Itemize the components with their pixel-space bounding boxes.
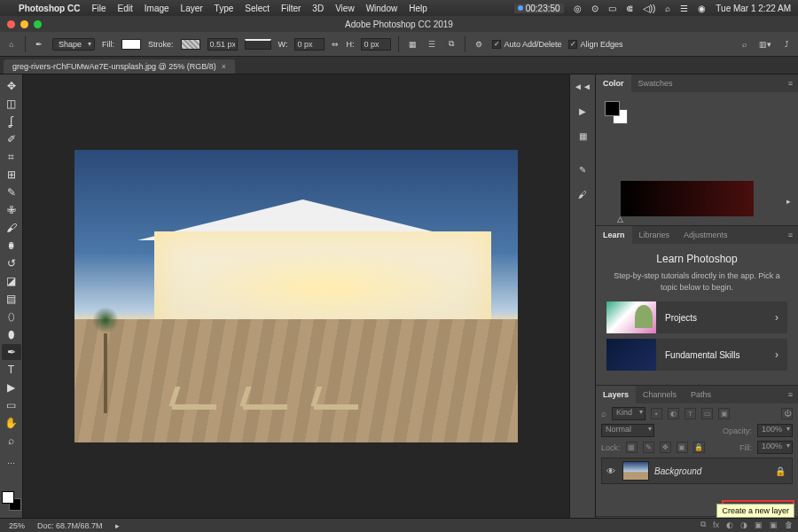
tab-channels[interactable]: Channels (636, 386, 684, 403)
fill-opacity-field[interactable]: 100% (757, 441, 793, 454)
layer-thumbnail[interactable] (622, 461, 649, 481)
expand-left-icon[interactable]: ◄◄ (576, 80, 589, 92)
timer-widget[interactable]: 00:23:50 (514, 4, 564, 13)
learn-card-projects[interactable]: Projects › (606, 301, 787, 333)
adjustment-layer-icon[interactable]: ◑ (740, 520, 747, 529)
filter-smart-icon[interactable]: ▣ (718, 408, 730, 419)
fg-bg-swatch[interactable] (2, 491, 21, 511)
lasso-tool[interactable]: ʆ (2, 113, 21, 129)
marquee-tool[interactable]: ◫ (2, 96, 21, 112)
history-icon[interactable]: ▦ (576, 129, 589, 142)
lock-trans-icon[interactable]: ▦ (626, 442, 638, 453)
clone-stamp-tool[interactable]: ⧯ (2, 238, 21, 254)
workspace-icon[interactable]: ▥▾ (759, 38, 771, 51)
close-tab-icon[interactable]: × (222, 62, 226, 71)
menu-file[interactable]: File (91, 4, 106, 13)
gradient-tool[interactable]: ▤ (2, 291, 21, 307)
hue-slider-handle[interactable]: △ (617, 215, 623, 223)
app-name[interactable]: Photoshop CC (19, 4, 80, 13)
hue-strip[interactable] (621, 181, 754, 216)
siri-icon[interactable]: ◉ (698, 4, 706, 13)
hand-tool[interactable]: ✋ (2, 415, 21, 431)
menu-type[interactable]: Type (215, 4, 234, 13)
filter-adjust-icon[interactable]: ◐ (668, 408, 679, 419)
align-edges-checkbox[interactable]: ✓Align Edges (568, 40, 622, 49)
type-tool[interactable]: T (2, 362, 21, 378)
document-tab[interactable]: greg-rivers-rChFUMwAe7E-unsplash.jpg @ 2… (4, 59, 235, 74)
tab-color[interactable]: Color (596, 74, 631, 92)
volume-icon[interactable]: ◁)) (643, 4, 656, 13)
blur-tool[interactable]: ⬯ (2, 309, 21, 325)
stroke-style-dropdown[interactable] (245, 39, 271, 50)
frame-tool[interactable]: ⊞ (2, 167, 21, 183)
layer-fx-icon[interactable]: fx (713, 520, 719, 529)
record-icon[interactable]: ⊙ (591, 4, 598, 13)
blend-mode-dropdown[interactable]: Normal (601, 424, 654, 437)
menu-image[interactable]: Image (145, 4, 169, 13)
delete-layer-icon[interactable]: 🗑 (785, 520, 793, 529)
path-align-icon[interactable]: ☰ (426, 38, 438, 51)
fill-swatch[interactable] (121, 39, 141, 50)
link-wh-icon[interactable]: ⇔ (332, 40, 339, 49)
stroke-width-field[interactable] (207, 38, 238, 51)
path-select-tool[interactable]: ▶ (2, 379, 21, 395)
layer-mask-icon[interactable]: ◐ (726, 520, 733, 529)
path-ops-icon[interactable]: ▦ (406, 38, 419, 51)
menu-edit[interactable]: Edit (118, 4, 133, 13)
clock-text[interactable]: Tue Mar 1 2:22 AM (716, 4, 791, 13)
auto-add-delete-checkbox[interactable]: ✓Auto Add/Delete (492, 40, 561, 49)
learn-card-fundamentals[interactable]: Fundamental Skills › (606, 339, 787, 371)
tool-mode-dropdown[interactable]: Shape (52, 38, 95, 51)
edit-toolbar-icon[interactable]: ⋯ (2, 456, 21, 472)
rectangle-tool[interactable]: ▭ (2, 397, 21, 413)
minimize-window-button[interactable] (20, 20, 28, 28)
filter-toggle-icon[interactable]: ⏻ (781, 408, 793, 419)
tab-learn[interactable]: Learn (596, 226, 632, 244)
lock-artboard-icon[interactable]: ▣ (677, 442, 688, 453)
status-more-icon[interactable]: ▸ (115, 521, 120, 530)
zoom-level[interactable]: 25% (9, 521, 25, 530)
filter-pixel-icon[interactable]: ▪ (651, 408, 662, 419)
search-icon[interactable]: ⌕ (738, 38, 750, 51)
display-icon[interactable]: ▭ (608, 4, 616, 13)
pen-tool[interactable]: ✒ (2, 344, 21, 360)
tab-swatches[interactable]: Swatches (631, 74, 680, 92)
crop-tool[interactable]: ⌗ (2, 149, 21, 165)
menu-layer[interactable]: Layer (181, 4, 203, 13)
document-canvas[interactable] (74, 150, 518, 442)
tab-libraries[interactable]: Libraries (632, 226, 677, 244)
brush-tool[interactable]: 🖌 (2, 220, 21, 236)
menu-3d[interactable]: 3D (312, 4, 324, 13)
home-icon[interactable]: ⌂ (5, 38, 18, 51)
move-tool[interactable]: ✥ (2, 78, 21, 94)
menu-select[interactable]: Select (245, 4, 270, 13)
hue-cycle-icon[interactable]: ▸ (786, 197, 791, 206)
menu-filter[interactable]: Filter (281, 4, 301, 13)
spotlight-icon[interactable]: ⌕ (665, 4, 670, 13)
menu-help[interactable]: Help (409, 4, 427, 13)
cloud-sync-icon[interactable]: ◎ (574, 4, 582, 13)
lock-pos-icon[interactable]: ✥ (660, 442, 671, 453)
tab-layers[interactable]: Layers (596, 386, 636, 403)
tab-adjustments[interactable]: Adjustments (677, 226, 735, 244)
dodge-tool[interactable]: ⬮ (2, 326, 21, 342)
zoom-tool[interactable]: ⌕ (2, 433, 21, 449)
menu-window[interactable]: Window (366, 4, 398, 13)
healing-tool[interactable]: ✙ (2, 202, 21, 218)
canvas-area[interactable] (23, 74, 569, 518)
layer-row-background[interactable]: 👁 Background 🔒 (601, 458, 793, 484)
quick-select-tool[interactable]: ✐ (2, 131, 21, 147)
visibility-toggle-icon[interactable]: 👁 (605, 466, 617, 476)
width-field[interactable] (294, 38, 325, 51)
tab-paths[interactable]: Paths (684, 386, 718, 403)
share-icon[interactable]: ⤴ (780, 38, 793, 51)
layer-name[interactable]: Background (654, 466, 770, 476)
eraser-tool[interactable]: ◪ (2, 273, 21, 289)
lock-paint-icon[interactable]: ✎ (643, 442, 654, 453)
stroke-swatch[interactable] (181, 39, 200, 50)
wifi-icon[interactable]: ⋐ (626, 4, 633, 13)
height-field[interactable] (361, 38, 391, 51)
lock-icon[interactable]: 🔒 (775, 466, 789, 476)
panel-menu-icon[interactable]: ≡ (783, 231, 798, 239)
filter-shape-icon[interactable]: ▭ (701, 408, 713, 419)
